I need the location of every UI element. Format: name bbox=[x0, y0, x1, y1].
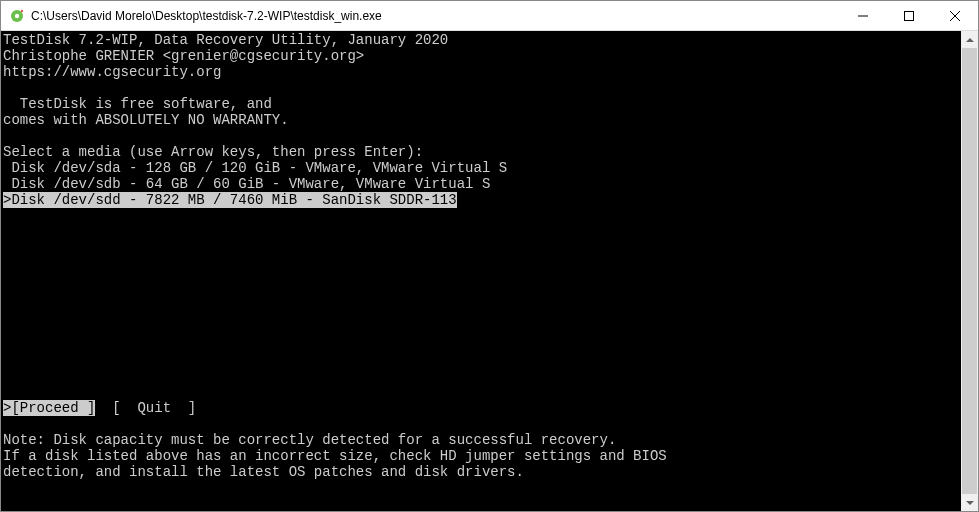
titlebar: C:\Users\David Morelo\Desktop\testdisk-7… bbox=[1, 1, 978, 31]
disk-item[interactable]: Disk /dev/sdb - 64 GB / 60 GiB - VMware,… bbox=[3, 176, 490, 192]
note-line: Note: Disk capacity must be correctly de… bbox=[3, 432, 616, 448]
scroll-thumb[interactable] bbox=[962, 48, 977, 494]
menu-gap bbox=[95, 400, 112, 416]
svg-marker-8 bbox=[966, 501, 974, 505]
window-title: C:\Users\David Morelo\Desktop\testdisk-7… bbox=[31, 9, 840, 23]
maximize-button[interactable] bbox=[886, 1, 932, 30]
svg-rect-4 bbox=[905, 11, 914, 20]
select-prompt: Select a media (use Arrow keys, then pre… bbox=[3, 144, 423, 160]
window-buttons bbox=[840, 1, 978, 30]
menu-proceed[interactable]: [Proceed ] bbox=[11, 400, 95, 416]
scrollbar[interactable] bbox=[961, 31, 978, 511]
note-line: detection, and install the latest OS pat… bbox=[3, 464, 524, 480]
header-line: https://www.cgsecurity.org bbox=[3, 64, 221, 80]
close-button[interactable] bbox=[932, 1, 978, 30]
disk-item[interactable]: Disk /dev/sda - 128 GB / 120 GiB - VMwar… bbox=[3, 160, 507, 176]
header-line: Christophe GRENIER <grenier@cgsecurity.o… bbox=[3, 48, 364, 64]
app-icon bbox=[9, 8, 25, 24]
svg-marker-7 bbox=[966, 38, 974, 42]
terminal[interactable]: TestDisk 7.2-WIP, Data Recovery Utility,… bbox=[1, 31, 961, 511]
note-line: If a disk listed above has an incorrect … bbox=[3, 448, 667, 464]
scroll-down-button[interactable] bbox=[961, 494, 978, 511]
menu-quit[interactable]: [ Quit ] bbox=[112, 400, 196, 416]
about-line: TestDisk is free software, and bbox=[3, 96, 272, 112]
disk-item-selected[interactable]: >Disk /dev/sdd - 7822 MB / 7460 MiB - Sa… bbox=[3, 192, 457, 208]
about-line: comes with ABSOLUTELY NO WARRANTY. bbox=[3, 112, 289, 128]
scroll-up-button[interactable] bbox=[961, 31, 978, 48]
header-line: TestDisk 7.2-WIP, Data Recovery Utility,… bbox=[3, 32, 448, 48]
minimize-button[interactable] bbox=[840, 1, 886, 30]
svg-point-1 bbox=[15, 13, 19, 17]
